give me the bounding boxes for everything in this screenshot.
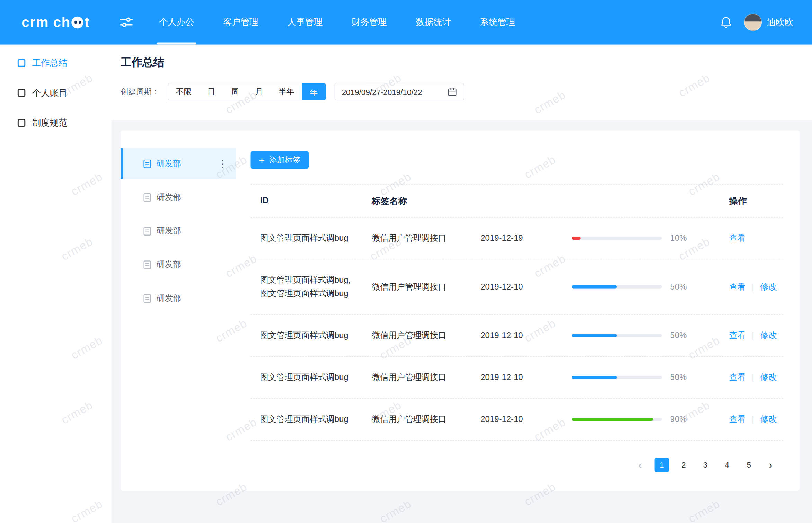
header-id: ID (251, 196, 372, 206)
page-button-1[interactable]: 1 (655, 458, 669, 472)
cell-tag: 微信用户管理调接口 (372, 233, 480, 243)
progress-bar (572, 285, 662, 289)
nav-item-hr-mgmt[interactable]: 人事管理 (286, 0, 324, 45)
cell-date: 2019-12-10 (480, 373, 572, 382)
period-segmented-control: 不限 日 周 月 半年 年 (168, 83, 326, 100)
cell-progress: 10% (572, 233, 696, 243)
edit-link[interactable]: 修改 (760, 330, 777, 341)
cell-actions: 查看 | 修改 (696, 414, 783, 425)
progress-percent: 50% (670, 373, 687, 382)
page-button-3[interactable]: 3 (698, 458, 713, 472)
cell-date: 2019-12-19 (480, 233, 572, 243)
department-label: 研发部 (156, 225, 181, 236)
calendar-icon (448, 87, 457, 96)
cell-actions: 查看 | 修改 (696, 330, 783, 341)
sidebar-item-label: 工作总结 (32, 57, 68, 69)
view-link[interactable]: 查看 (729, 330, 746, 341)
sliders-icon[interactable] (111, 17, 144, 28)
cell-actions: 查看 | 修改 (696, 372, 783, 383)
logo-text-right: t (85, 14, 90, 30)
nav-item-finance-mgmt[interactable]: 财务管理 (351, 0, 388, 45)
edit-link[interactable]: 修改 (760, 414, 777, 425)
cell-task: 图文管理页面样式调bug (251, 329, 372, 342)
table-row: 图文管理页面样式调bug 微信用户管理调接口 2019-12-10 50% 查看… (251, 357, 783, 399)
square-icon (18, 59, 25, 67)
cell-task: 图文管理页面样式调bug (251, 413, 372, 426)
prev-page-icon[interactable]: ‹ (633, 458, 647, 472)
avatar[interactable] (744, 14, 762, 31)
view-link[interactable]: 查看 (729, 233, 746, 243)
user-name[interactable]: 迪欧欧 (767, 16, 793, 28)
navbar-right: 迪欧欧 (720, 14, 812, 31)
sidebar-item-rules[interactable]: 制度规范 (0, 108, 111, 138)
department-label: 研发部 (156, 158, 181, 169)
cell-task: 图文管理页面样式调bug, 图文管理页面样式调bug (251, 273, 372, 300)
cell-date: 2019-12-10 (480, 282, 572, 292)
sidebar-item-label: 制度规范 (32, 117, 68, 128)
department-item[interactable]: 研发部 ⋮ (121, 148, 236, 179)
content-card: 研发部 ⋮ 研发部 研发部 (121, 131, 800, 491)
cell-actions: 查看 (696, 233, 783, 243)
progress-bar (572, 376, 662, 379)
view-link[interactable]: 查看 (729, 414, 746, 425)
document-icon (143, 193, 151, 202)
nav-item-data-stats[interactable]: 数据统计 (415, 0, 452, 45)
cell-progress: 50% (572, 282, 696, 292)
edit-link[interactable]: 修改 (760, 281, 777, 292)
nav-item-customer-mgmt[interactable]: 客户管理 (222, 0, 259, 45)
bell-icon[interactable] (720, 16, 732, 28)
next-page-icon[interactable]: › (763, 458, 778, 472)
header-tag-name: 标签名称 (372, 195, 480, 207)
brand-logo[interactable]: crm ch t (0, 14, 111, 30)
cell-date: 2019-12-10 (480, 331, 572, 340)
table-row: 图文管理页面样式调bug, 图文管理页面样式调bug 微信用户管理调接口 201… (251, 259, 783, 315)
period-option-year[interactable]: 年 (302, 83, 326, 100)
department-label: 研发部 (156, 192, 181, 203)
view-link[interactable]: 查看 (729, 372, 746, 383)
cell-tag: 微信用户管理调接口 (372, 330, 480, 341)
department-item[interactable]: 研发部 (121, 283, 236, 314)
edit-link[interactable]: 修改 (760, 372, 777, 383)
department-panel: 研发部 ⋮ 研发部 研发部 (121, 131, 236, 491)
progress-bar (572, 237, 662, 240)
period-option-half-year[interactable]: 半年 (271, 83, 302, 100)
cell-task: 图文管理页面样式调bug (251, 231, 372, 245)
link-separator: | (752, 331, 754, 340)
sidebar-item-personal-accounts[interactable]: 个人账目 (0, 78, 111, 108)
department-label: 研发部 (156, 293, 181, 303)
date-range-picker[interactable]: 2019/09/27-2019/10/22 (335, 83, 464, 100)
page-title: 工作总结 (121, 55, 812, 69)
department-item[interactable]: 研发部 (121, 249, 236, 280)
nav-item-personal-office[interactable]: 个人办公 (158, 0, 195, 45)
period-option-unlimited[interactable]: 不限 (168, 83, 200, 100)
period-option-week[interactable]: 周 (223, 83, 247, 100)
progress-percent: 50% (670, 282, 687, 292)
cell-progress: 50% (572, 373, 696, 382)
link-separator: | (752, 415, 754, 424)
department-item[interactable]: 研发部 (121, 215, 236, 247)
period-option-day[interactable]: 日 (200, 83, 223, 100)
main-nav: 个人办公 客户管理 人事管理 财务管理 数据统计 系统管理 (144, 0, 530, 45)
logo-text-left: crm ch (21, 14, 70, 30)
department-item[interactable]: 研发部 (121, 182, 236, 213)
page-button-2[interactable]: 2 (676, 458, 691, 472)
add-tag-button[interactable]: + 添加标签 (251, 151, 309, 169)
square-icon (18, 119, 25, 126)
progress-percent: 50% (670, 331, 687, 340)
view-link[interactable]: 查看 (729, 281, 746, 292)
page-button-4[interactable]: 4 (720, 458, 734, 472)
nav-item-system-mgmt[interactable]: 系统管理 (479, 0, 517, 45)
table-row: 图文管理页面样式调bug 微信用户管理调接口 2019-12-10 90% 查看… (251, 399, 783, 441)
page-header: 工作总结 创建周期： 不限 日 周 月 半年 年 2019/09/27-2019… (111, 45, 812, 120)
table-header: ID 标签名称 操作 (251, 184, 783, 218)
cell-date: 2019-12-10 (480, 415, 572, 424)
more-icon[interactable]: ⋮ (218, 159, 227, 168)
header-action: 操作 (696, 195, 783, 207)
page-button-5[interactable]: 5 (742, 458, 756, 472)
table-area: + 添加标签 ID 标签名称 操作 图文管理页面样式调bug 微信用户管理调接口… (236, 131, 800, 491)
period-option-month[interactable]: 月 (247, 83, 271, 100)
square-icon (18, 89, 25, 96)
link-separator: | (752, 282, 754, 292)
sidebar-item-work-summary[interactable]: 工作总结 (0, 48, 111, 78)
add-tag-label: 添加标签 (270, 155, 301, 165)
